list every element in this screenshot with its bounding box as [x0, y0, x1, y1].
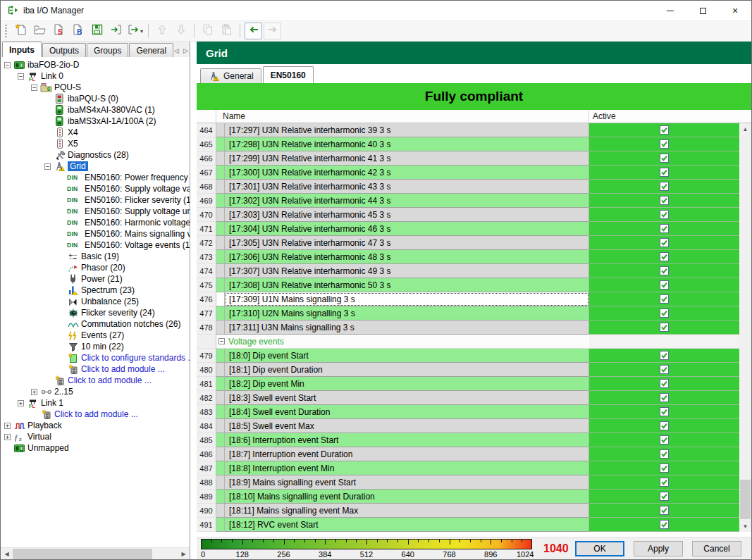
signal-name-cell[interactable]: [17:306] U3N Relative interharmonic 48 3… — [225, 250, 589, 264]
signal-name-cell[interactable]: [17:308] U3N Relative interharmonic 50 3… — [225, 278, 589, 292]
tree-item[interactable]: −sPQU-S — [1, 82, 190, 93]
signal-name-cell[interactable]: [18:12] RVC event Start — [225, 518, 589, 532]
active-checkbox[interactable] — [660, 238, 669, 247]
active-checkbox[interactable] — [660, 252, 669, 261]
active-checkbox[interactable] — [660, 182, 669, 191]
tree-item[interactable]: Spectrum (23) — [1, 285, 190, 296]
signal-name-cell[interactable]: [17:304] U3N Relative interharmonic 46 3… — [225, 222, 589, 236]
tree-item[interactable]: DINEN50160: Flicker severity (14) — [1, 194, 190, 206]
active-checkbox[interactable] — [660, 478, 669, 487]
name-column-header[interactable]: Name — [216, 110, 589, 123]
signal-name-cell[interactable]: [17:305] U3N Relative interharmonic 47 3… — [225, 236, 589, 250]
tree-item[interactable]: Flicker severity (24) — [1, 307, 190, 318]
signal-name-cell[interactable]: [18:11] Mains signalling event Max — [225, 504, 589, 518]
signal-name-cell[interactable]: [18:0] Dip event Start — [225, 349, 589, 363]
tree-item[interactable]: +2..15 — [1, 386, 190, 397]
table-row[interactable]: 475[17:308] U3N Relative interharmonic 5… — [197, 278, 739, 292]
table-row[interactable]: 480[18:1] Dip event Duration — [197, 363, 739, 377]
signal-name-cell[interactable]: [18:8] Interruption event Min — [225, 461, 589, 475]
import-button[interactable] — [107, 23, 125, 39]
active-checkbox[interactable] — [660, 224, 669, 233]
active-checkbox[interactable] — [660, 323, 669, 332]
tab-scroll-left-icon[interactable]: ◁ — [174, 47, 179, 54]
active-checkbox[interactable] — [660, 280, 669, 290]
tree-item[interactable]: DINEN50160: Harmonic voltage (16) — [1, 217, 190, 228]
table-row[interactable]: 488[18:9] Mains signalling event Start — [197, 475, 739, 490]
active-checkbox[interactable] — [660, 210, 669, 219]
active-checkbox[interactable] — [660, 520, 669, 529]
vertical-scroll-thumb[interactable] — [740, 480, 751, 519]
active-checkbox[interactable] — [660, 463, 669, 473]
table-row[interactable]: 469[17:302] U3N Relative interharmonic 4… — [197, 194, 739, 208]
collapse-icon[interactable]: − — [31, 85, 37, 91]
active-checkbox[interactable] — [660, 266, 669, 275]
tree-item[interactable]: +Playback — [1, 420, 190, 431]
scroll-down-icon[interactable]: ▼ — [739, 521, 751, 532]
tree-item[interactable]: Click to add module ... — [1, 375, 190, 386]
group-header-cell[interactable]: −Voltage events — [216, 335, 589, 349]
table-row[interactable]: 472[17:305] U3N Relative interharmonic 4… — [197, 236, 739, 250]
active-checkbox[interactable] — [660, 139, 669, 149]
navigate-back-button[interactable] — [245, 23, 262, 39]
active-checkbox[interactable] — [660, 154, 669, 163]
table-row[interactable]: 468[17:301] U3N Relative interharmonic 4… — [197, 180, 739, 194]
tree-item[interactable]: DINEN50160: Supply voltage unbalance — [1, 206, 190, 217]
tree-item[interactable]: Commutation notches (26) — [1, 318, 190, 330]
tree-item[interactable]: Click to configure standards ... — [1, 352, 190, 363]
signal-name-cell[interactable]: [17:301] U3N Relative interharmonic 43 3… — [225, 180, 589, 194]
table-row[interactable]: 479[18:0] Dip event Start — [197, 349, 739, 363]
signal-name-cell[interactable]: [17:309] U1N Mains signalling 3 s — [225, 292, 589, 306]
table-row[interactable]: 481[18:2] Dip event Min — [197, 377, 739, 391]
sidebar-tab-general[interactable]: General — [129, 43, 173, 57]
main-tab-general[interactable]: General — [200, 68, 261, 83]
scroll-thumb[interactable] — [13, 549, 152, 559]
cancel-button[interactable]: Cancel — [692, 541, 741, 556]
signal-name-cell[interactable]: [18:7] Interruption event Duration — [225, 447, 589, 461]
active-checkbox[interactable] — [660, 379, 669, 388]
tab-scroll-right-icon[interactable]: ▷ — [183, 47, 188, 54]
expand-icon[interactable]: + — [31, 389, 37, 395]
signal-name-cell[interactable]: [17:297] U3N Relative interharmonic 39 3… — [225, 123, 589, 137]
tree-item[interactable]: Unbalance (25) — [1, 296, 190, 307]
tree-item[interactable]: DINEN50160: Power frequency (11) — [1, 172, 190, 183]
signal-name-cell[interactable]: [17:311] U3N Mains signalling 3 s — [225, 321, 589, 335]
sidebar-horizontal-scrollbar[interactable]: ◀ ▶ — [1, 547, 190, 559]
sidebar-tab-groups[interactable]: Groups — [87, 43, 128, 57]
tree-item[interactable]: Click to add module ... — [1, 409, 190, 420]
open-b-file-button[interactable]: B — [69, 23, 87, 39]
signal-name-cell[interactable]: [17:303] U3N Relative interharmonic 45 3… — [225, 208, 589, 222]
signal-name-cell[interactable]: [18:5] Swell event Max — [225, 419, 589, 433]
signal-name-cell[interactable]: [18:9] Mains signalling event Start — [225, 475, 589, 490]
toolbar-grip[interactable] — [5, 25, 7, 37]
signal-name-cell[interactable]: [18:6] Interruption event Start — [225, 433, 589, 447]
save-button[interactable] — [88, 23, 106, 39]
table-row[interactable]: 471[17:304] U3N Relative interharmonic 4… — [197, 222, 739, 236]
active-checkbox[interactable] — [660, 492, 669, 501]
active-checkbox[interactable] — [660, 407, 669, 416]
signal-name-cell[interactable]: [18:1] Dip event Duration — [225, 363, 589, 377]
expand-icon[interactable]: + — [4, 434, 11, 440]
tree-item[interactable]: Basic (19) — [1, 251, 190, 262]
tree-item[interactable]: DINEN50160: Voltage events (18) — [1, 239, 190, 251]
active-checkbox[interactable] — [660, 365, 669, 374]
ok-button[interactable]: OK — [575, 541, 624, 556]
signal-name-cell[interactable]: [17:310] U2N Mains signalling 3 s — [225, 306, 589, 321]
table-group-row[interactable]: −Voltage events — [197, 335, 739, 349]
scroll-right-icon[interactable]: ▶ — [178, 551, 190, 557]
tree-item[interactable]: +FLLink 1 — [1, 397, 190, 409]
table-row[interactable]: 464[17:297] U3N Relative interharmonic 3… — [197, 123, 739, 137]
expand-icon[interactable]: + — [4, 423, 11, 429]
signal-name-cell[interactable]: [18:3] Swell event Start — [225, 391, 589, 405]
table-vertical-scrollbar[interactable]: ▲ ▼ — [739, 123, 751, 532]
active-checkbox[interactable] — [660, 309, 669, 318]
collapse-icon[interactable]: − — [18, 73, 24, 80]
main-tab-en50160[interactable]: EN50160 — [263, 66, 314, 83]
tree-item[interactable]: −FLLink 0 — [1, 70, 190, 82]
tree-item[interactable]: Diagnostics (28) — [1, 149, 190, 161]
collapse-icon[interactable]: − — [4, 62, 11, 68]
table-row[interactable]: 486[18:7] Interruption event Duration — [197, 447, 739, 461]
tree-item[interactable]: −ibaFOB-2io-D — [1, 59, 190, 70]
table-row[interactable]: 484[18:5] Swell event Max — [197, 419, 739, 433]
export-button[interactable]: ▾ — [126, 23, 144, 39]
signal-name-cell[interactable]: [17:300] U3N Relative interharmonic 42 3… — [225, 166, 589, 180]
